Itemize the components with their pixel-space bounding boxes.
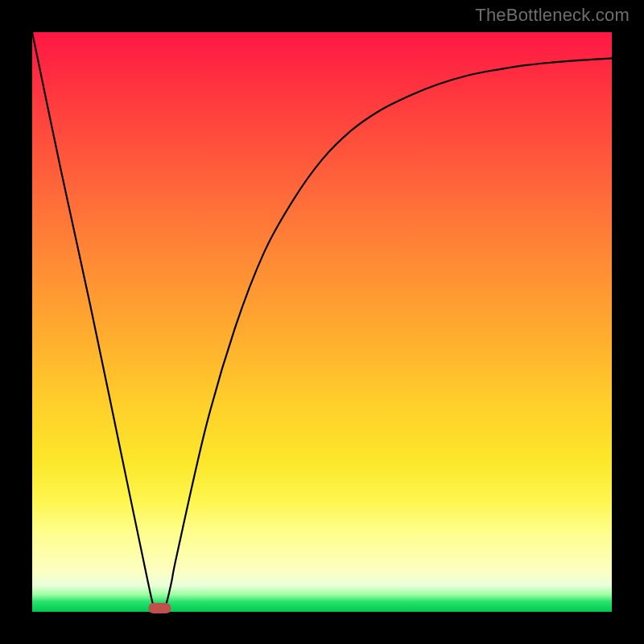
chart-frame: TheBottleneck.com — [0, 0, 644, 644]
watermark-text: TheBottleneck.com — [475, 5, 630, 26]
curve-layer — [32, 32, 612, 612]
bottleneck-curve — [32, 32, 612, 612]
minimum-marker — [148, 603, 171, 613]
plot-area — [32, 32, 612, 612]
